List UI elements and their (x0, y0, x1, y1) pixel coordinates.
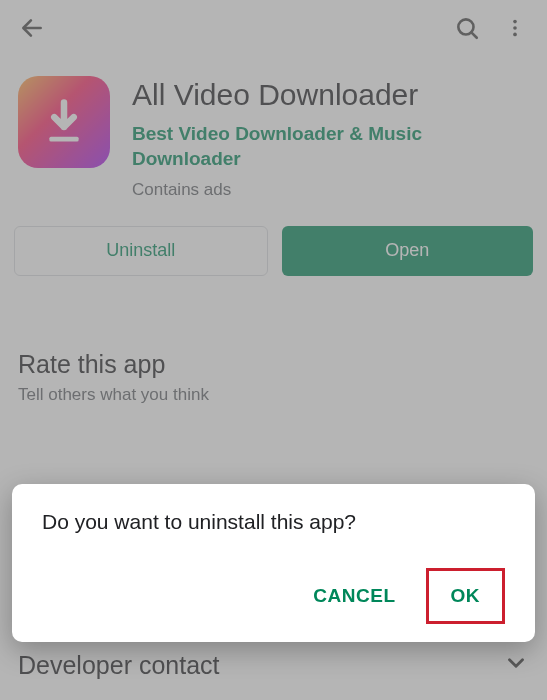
developer-link[interactable]: Best Video Downloader & Music Downloader (132, 121, 529, 172)
action-buttons: Uninstall Open (0, 210, 547, 294)
svg-point-3 (513, 33, 517, 37)
open-button[interactable]: Open (282, 226, 534, 276)
more-icon[interactable] (495, 8, 535, 48)
uninstall-dialog: Do you want to uninstall this app? CANCE… (12, 484, 535, 642)
rate-subtitle: Tell others what you think (18, 385, 529, 405)
ads-notice: Contains ads (132, 180, 529, 200)
app-meta: All Video Downloader Best Video Download… (132, 76, 529, 200)
ok-button[interactable]: OK (426, 568, 506, 624)
cancel-button[interactable]: CANCEL (299, 575, 409, 617)
search-icon[interactable] (447, 8, 487, 48)
back-icon[interactable] (12, 8, 52, 48)
dialog-message: Do you want to uninstall this app? (42, 510, 505, 534)
app-icon (18, 76, 110, 168)
app-header: All Video Downloader Best Video Download… (0, 56, 547, 210)
rate-title: Rate this app (18, 350, 529, 379)
svg-rect-4 (49, 137, 78, 142)
dialog-buttons: CANCEL OK (42, 568, 505, 624)
svg-point-2 (513, 26, 517, 30)
uninstall-button[interactable]: Uninstall (14, 226, 268, 276)
developer-contact-title: Developer contact (18, 651, 220, 680)
download-icon (38, 96, 90, 148)
rate-section: Rate this app Tell others what you think (0, 294, 547, 415)
app-title: All Video Downloader (132, 78, 529, 113)
topbar (0, 0, 547, 56)
svg-point-1 (513, 20, 517, 24)
developer-contact-row[interactable]: Developer contact (0, 634, 547, 700)
chevron-down-icon (503, 650, 529, 680)
